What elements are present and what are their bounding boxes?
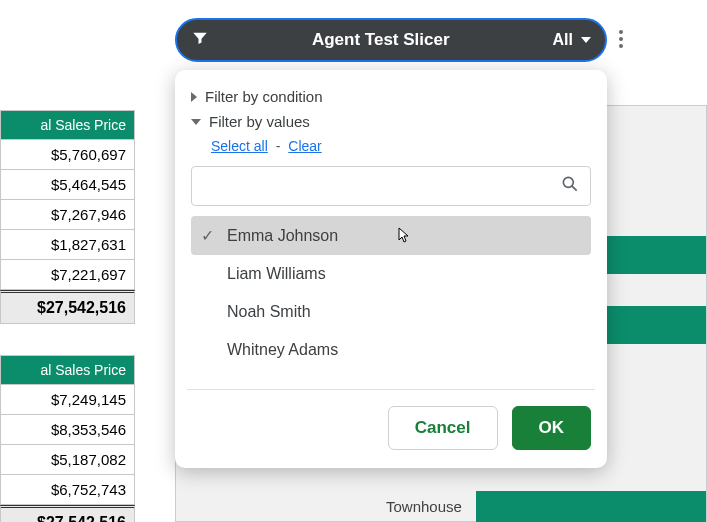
table-cell: $7,221,697 <box>0 260 135 290</box>
table-top: al Sales Price $5,760,697 $5,464,545 $7,… <box>0 110 135 324</box>
clear-link[interactable]: Clear <box>288 138 321 154</box>
table-total: $27,542,516 <box>0 505 135 522</box>
value-item-noah-smith[interactable]: Noah Smith <box>191 293 591 331</box>
table-cell: $5,464,545 <box>0 170 135 200</box>
slicer: Agent Test Slicer All Filter by conditio… <box>175 18 607 468</box>
triangle-down-icon <box>191 119 201 125</box>
value-item-liam-williams[interactable]: Liam Williams <box>191 255 591 293</box>
caret-down-icon <box>581 37 591 43</box>
filter-by-values-label: Filter by values <box>209 113 310 130</box>
table-total: $27,542,516 <box>0 290 135 324</box>
search-box[interactable] <box>191 166 591 206</box>
select-all-link[interactable]: Select all <box>211 138 268 154</box>
ok-button[interactable]: OK <box>512 406 592 450</box>
slicer-title: Agent Test Slicer <box>209 30 553 50</box>
value-item-label: Emma Johnson <box>227 227 338 245</box>
table-cell: $1,827,631 <box>0 230 135 260</box>
chart-category-label: Townhouse <box>386 498 462 515</box>
filter-by-condition-toggle[interactable]: Filter by condition <box>191 84 591 109</box>
slicer-pill[interactable]: Agent Test Slicer All <box>175 18 607 62</box>
value-item-whitney-adams[interactable]: Whitney Adams <box>191 331 591 369</box>
table-bottom: al Sales Price $7,249,145 $8,353,546 $5,… <box>0 355 135 522</box>
svg-point-0 <box>563 177 573 187</box>
value-item-label: Liam Williams <box>227 265 326 283</box>
table-cell: $6,752,743 <box>0 475 135 505</box>
select-links: Select all - Clear <box>191 134 591 166</box>
link-separator: - <box>276 138 281 154</box>
filter-by-condition-label: Filter by condition <box>205 88 323 105</box>
value-item-label: Noah Smith <box>227 303 311 321</box>
panel-actions: Cancel OK <box>191 406 591 450</box>
table-header: al Sales Price <box>0 110 135 140</box>
cancel-button[interactable]: Cancel <box>388 406 498 450</box>
slicer-panel: Filter by condition Filter by values Sel… <box>175 70 607 468</box>
svg-line-1 <box>572 186 577 191</box>
value-list: ✓ Emma Johnson Liam Williams Noah Smith … <box>191 216 591 379</box>
value-item-emma-johnson[interactable]: ✓ Emma Johnson <box>191 216 591 255</box>
panel-divider <box>187 389 595 390</box>
slicer-scope-label: All <box>553 31 573 49</box>
check-icon: ✓ <box>199 226 215 245</box>
filter-icon <box>191 29 209 51</box>
more-options-icon[interactable] <box>619 30 623 48</box>
table-cell: $5,760,697 <box>0 140 135 170</box>
cursor-icon <box>395 226 411 249</box>
table-cell: $5,187,082 <box>0 445 135 475</box>
table-cell: $7,267,946 <box>0 200 135 230</box>
table-cell: $8,353,546 <box>0 415 135 445</box>
triangle-right-icon <box>191 92 197 102</box>
chart-bar <box>476 491 706 522</box>
filter-by-values-toggle[interactable]: Filter by values <box>191 109 591 134</box>
search-input[interactable] <box>202 177 560 196</box>
table-cell: $7,249,145 <box>0 385 135 415</box>
value-item-label: Whitney Adams <box>227 341 338 359</box>
table-header: al Sales Price <box>0 355 135 385</box>
search-icon <box>560 174 580 198</box>
